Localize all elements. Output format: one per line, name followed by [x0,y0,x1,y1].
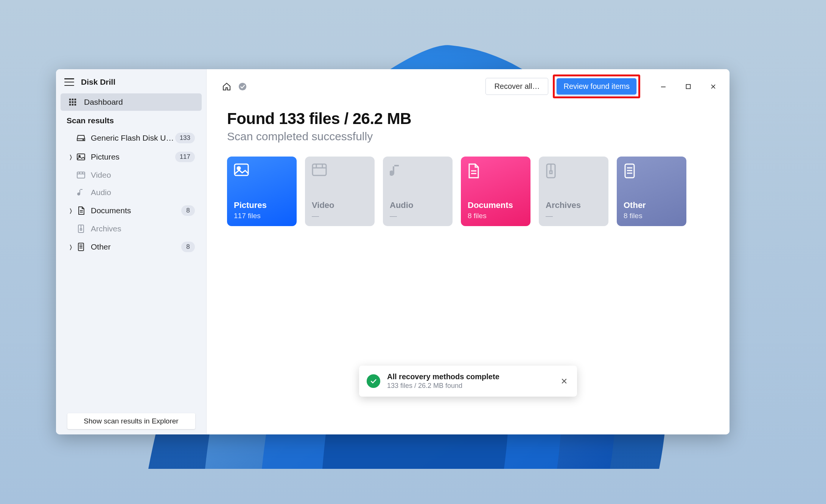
sidebar-item-label: Documents [91,206,181,215]
sidebar-item-audio[interactable]: ❯Audio [61,184,202,201]
toast-title: All recovery methods complete [387,372,552,381]
card-title: Audio [390,200,446,210]
sidebar-item-archives[interactable]: ❯Archives [61,220,202,237]
app-window: Disk Drill Dashboard Scan results ❯Gener… [56,69,730,434]
svg-point-26 [239,82,246,90]
card-subtitle: 8 files [468,212,524,220]
other-icon [75,242,87,251]
svg-rect-27 [661,87,666,87]
picture-icon [75,153,87,161]
card-subtitle: 8 files [624,212,680,220]
svg-rect-13 [77,172,85,178]
scan-status-icon[interactable] [237,81,248,92]
count-badge: 8 [181,205,195,216]
sidebar-item-label: Audio [91,188,195,197]
svg-rect-29 [235,164,248,175]
pictures-icon [234,163,249,178]
svg-rect-4 [72,101,74,103]
sidebar-item-generic-flash-disk-usb[interactable]: ❯Generic Flash Disk USB…133 [61,129,202,147]
toast-close-button[interactable] [559,376,569,386]
card-title: Archives [546,200,602,210]
category-card-other[interactable]: Other8 files [617,157,686,226]
svg-rect-39 [550,171,552,174]
card-subtitle: 117 files [234,212,290,220]
svg-rect-21 [80,229,82,230]
documents-icon [468,163,483,178]
main-panel: Recover all… Review found items Found 13… [207,69,730,434]
sidebar-item-label: Video [91,171,195,180]
results-headline: Found 133 files / 26.2 MB [227,110,709,128]
svg-rect-2 [75,99,76,101]
other-icon [624,163,639,178]
count-badge: 117 [175,152,195,162]
toolbar: Recover all… Review found items [207,69,730,102]
category-card-documents[interactable]: Documents8 files [461,157,530,226]
video-icon [312,163,327,178]
card-subtitle: — [546,212,602,220]
app-title: Disk Drill [81,78,115,87]
sidebar-item-video[interactable]: ❯Video [61,167,202,183]
window-maximize-button[interactable] [676,78,701,95]
svg-rect-5 [75,101,76,103]
archives-icon [546,163,561,178]
svg-rect-1 [72,99,74,101]
video-icon [75,171,87,179]
drive-icon [75,134,87,142]
sidebar-item-label: Other [91,242,181,251]
card-title: Video [312,200,368,210]
sidebar: Disk Drill Dashboard Scan results ❯Gener… [56,69,207,434]
sidebar-item-documents[interactable]: ❯Documents8 [61,202,202,220]
sidebar-item-pictures[interactable]: ❯Pictures117 [61,148,202,166]
card-title: Pictures [234,200,290,210]
svg-rect-6 [69,104,71,106]
svg-rect-7 [72,104,74,106]
toast-subtitle: 133 files / 26.2 MB found [387,382,552,390]
svg-rect-28 [686,84,691,88]
audio-icon [390,163,405,178]
window-minimize-button[interactable] [651,78,676,95]
checkmark-icon [367,374,380,388]
svg-rect-8 [75,104,76,106]
svg-rect-3 [69,101,71,103]
chevron-right-icon: ❯ [68,208,73,214]
window-close-button[interactable] [701,78,726,95]
svg-rect-0 [69,99,71,101]
sidebar-item-label: Dashboard [84,98,196,107]
archive-icon [75,224,87,233]
sidebar-item-label: Archives [91,224,195,233]
sidebar-item-label: Generic Flash Disk USB… [91,133,175,143]
card-title: Other [624,200,680,210]
card-title: Documents [468,200,524,210]
recover-all-button[interactable]: Recover all… [485,78,548,95]
sidebar-item-dashboard[interactable]: Dashboard [61,93,202,111]
audio-icon [75,188,87,197]
review-found-items-button[interactable]: Review found items [557,78,636,95]
review-button-highlight: Review found items [553,74,640,98]
svg-rect-31 [313,164,326,175]
sidebar-section-scan-results: Scan results [56,112,206,129]
category-card-audio[interactable]: Audio— [383,157,453,226]
chevron-right-icon: ❯ [68,154,73,160]
category-card-video[interactable]: Video— [305,157,375,226]
chevron-right-icon: ❯ [68,244,73,250]
svg-point-30 [237,167,240,170]
results-subhead: Scan completed successfully [227,130,709,143]
sidebar-item-other[interactable]: ❯Other8 [61,238,202,256]
completion-toast: All recovery methods complete 133 files … [359,366,577,397]
count-badge: 8 [181,242,195,252]
category-card-pictures[interactable]: Pictures117 files [227,157,297,226]
sidebar-item-label: Pictures [91,152,175,161]
home-button[interactable] [221,81,232,92]
document-icon [75,206,87,215]
show-in-explorer-button[interactable]: Show scan results in Explorer [67,413,195,429]
dashboard-grid-icon [67,98,78,106]
svg-point-10 [83,140,84,140]
count-badge: 133 [175,133,195,143]
hamburger-menu-button[interactable] [64,78,74,86]
svg-rect-11 [77,154,85,160]
card-subtitle: — [312,212,368,220]
category-card-archives[interactable]: Archives— [539,157,608,226]
card-subtitle: — [390,212,446,220]
